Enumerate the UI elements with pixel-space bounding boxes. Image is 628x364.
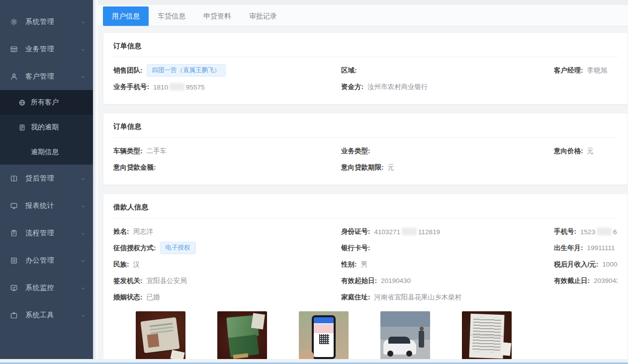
tab-car-loan-info[interactable]: 车贷信息	[149, 6, 194, 26]
field-label: 业务类型:	[341, 147, 370, 156]
field-label: 业务手机号:	[113, 83, 149, 91]
field-label: 身份证号:	[341, 227, 370, 236]
photo-art	[251, 313, 265, 329]
square-icon	[10, 257, 18, 265]
sidebar-item-system-monitor[interactable]: 系统监控	[0, 274, 93, 301]
field-issuing-authority: 签发机关:宜阳县公安局	[113, 273, 341, 289]
sidebar-item-process-management[interactable]: 流程管理	[0, 219, 93, 247]
masked-value-prefix: 1523	[580, 228, 595, 236]
sidebar-item-label: 系统管理	[25, 17, 80, 26]
horizontal-scrollbar[interactable]	[0, 359, 628, 364]
field-gender: 性别:男	[341, 256, 554, 273]
masked-value-prefix: 4103271	[374, 228, 401, 236]
tab-approval-records[interactable]: 审批记录	[240, 6, 286, 26]
photo-art	[419, 331, 424, 348]
field-label: 意向价格:	[554, 147, 583, 156]
sidebar-item-system-tools[interactable]: 系统工具	[0, 301, 93, 329]
field-value: 已婚	[147, 293, 160, 302]
masked-value-suffix: 6137	[613, 228, 618, 236]
photo-thumbnail-id-card[interactable]: 身份证	[136, 311, 185, 364]
field-birth-date: 出生年月:19911111	[554, 240, 618, 256]
field-ethnicity: 民族:汉	[113, 256, 341, 273]
field-id-number: 身份证号:4103271112819	[341, 223, 554, 240]
cards-container: 订单信息销售团队:四团一营（直属王鹏飞）区域:客户经理:李晓旭业务手机号:181…	[98, 32, 628, 364]
sidebar-item-office-management[interactable]: 办公管理	[0, 247, 93, 274]
card-borrower-info: 借款人信息姓名:周志洋身份证号:4103271112819手机号:1523613…	[103, 193, 628, 364]
field-label: 银行卡号:	[341, 244, 370, 253]
field-value: 10000	[602, 261, 618, 268]
sidebar-item-label: 贷后管理	[25, 174, 80, 183]
globe-icon	[18, 99, 26, 106]
document-icon	[18, 124, 26, 131]
chevron-down-icon	[80, 258, 86, 264]
vertical-scrollbar[interactable]	[93, 0, 98, 359]
user-icon	[10, 73, 18, 81]
sidebar-item-business-management[interactable]: 业务管理	[0, 35, 93, 63]
field-value: 20190430	[381, 277, 411, 284]
field-label: 民族:	[113, 260, 129, 269]
field-account-manager: 客户经理:李晓旭	[554, 62, 618, 79]
sidebar-item-post-loan-management[interactable]: 贷后管理	[0, 165, 93, 192]
masked-value-suffix: 112819	[418, 228, 440, 236]
photo-art	[147, 334, 159, 348]
field-valid-from: 有效起始日:20190430	[341, 273, 554, 289]
field-intended-price: 意向价格:元	[554, 143, 618, 159]
tab-loan-application-materials[interactable]: 申贷资料	[194, 6, 240, 26]
field-marital-status: 婚姻状态:已婚	[113, 289, 341, 305]
field-funder: 资金方:汝州市农村商业银行	[341, 79, 554, 95]
toolbox-icon	[10, 311, 18, 319]
field-business-phone: 业务手机号:181095575	[113, 79, 341, 95]
masked-value-suffix: 95575	[186, 84, 205, 91]
sidebar-subitem-label: 逾期信息	[31, 148, 59, 157]
card-fields: 销售团队:四团一营（直属王鹏飞）区域:客户经理:李晓旭业务手机号:1810955…	[113, 57, 618, 95]
sidebar-subitem-overdue-info[interactable]: 逾期信息	[0, 140, 93, 165]
monitor-icon	[10, 202, 18, 210]
photo-thumbnail-handwritten-doc[interactable]: 其他材料	[462, 311, 512, 364]
field-monthly-income: 税后月收入/元:10000	[554, 256, 618, 273]
redaction-blur	[597, 228, 612, 235]
clipboard-icon	[10, 229, 18, 237]
sidebar-subitem-all-customers[interactable]: 所有客户	[0, 90, 93, 115]
grid-icon	[10, 45, 18, 53]
sidebar-item-label: 流程管理	[25, 229, 80, 238]
field-label: 家庭住址:	[341, 293, 370, 302]
monitor-check-icon	[10, 284, 18, 292]
field-value: 元	[587, 147, 594, 156]
photo-thumbnail-person-car[interactable]: 人车照	[380, 311, 430, 364]
field-value: 汉	[133, 260, 140, 269]
field-value: 181095575	[153, 83, 205, 91]
person-car-image	[380, 311, 430, 363]
sidebar: 系统管理业务管理客户管理所有客户我的逾期逾期信息贷后管理报表统计流程管理办公管理…	[0, 0, 93, 359]
handwritten-doc-image	[462, 311, 512, 363]
photo-thumbnail-phone-auth[interactable]: 授权截图	[299, 311, 349, 364]
sidebar-item-label: 报表统计	[25, 201, 80, 210]
field-bank-card-number: 银行卡号:	[341, 240, 554, 256]
sidebar-item-label: 客户管理	[25, 72, 80, 81]
field-value: 4103271112819	[374, 228, 441, 236]
sidebar-item-report-statistics[interactable]: 报表统计	[0, 192, 93, 219]
card-order-info-1: 订单信息销售团队:四团一营（直属王鹏飞）区域:客户经理:李晓旭业务手机号:181…	[103, 32, 628, 104]
field-sales-team: 销售团队:四团一营（直属王鹏飞）	[113, 62, 341, 79]
photo-thumbnail-green-booklet[interactable]: 驾驶证原件	[217, 311, 267, 364]
card-fields: 姓名:周志洋身份证号:4103271112819手机号:15236137征信授权…	[113, 218, 618, 305]
sidebar-item-customer-management[interactable]: 客户管理	[0, 63, 93, 90]
sidebar-item-label: 系统工具	[25, 311, 80, 320]
field-label: 有效起始日:	[341, 276, 377, 285]
field-tag[interactable]: 四团一营（直属王鹏飞）	[147, 64, 226, 77]
sidebar-subitem-my-overdue[interactable]: 我的逾期	[0, 115, 93, 140]
sidebar-item-system-management[interactable]: 系统管理	[0, 8, 93, 35]
field-tag[interactable]: 电子授权	[160, 242, 196, 254]
card-fields: 车辆类型:二手车业务类型:意向价格:元意向贷款金额:意向贷款期限:元	[113, 138, 618, 176]
field-value: 河南省宜阳县花果山乡木柴村	[374, 293, 462, 302]
field-label: 意向贷款期限:	[341, 163, 384, 172]
field-value: 19911111	[587, 244, 615, 252]
sidebar-subitem-label: 所有客户	[31, 98, 59, 107]
field-label: 意向贷款金额:	[113, 163, 156, 172]
sidebar-item-label: 办公管理	[25, 256, 80, 265]
main-content: 用户信息车贷信息申贷资料审批记录 订单信息销售团队:四团一营（直属王鹏飞）区域:…	[98, 0, 628, 359]
field-label: 车辆类型:	[113, 147, 143, 156]
photo-art	[140, 317, 179, 353]
field-intended-loan-amount: 意向贷款金额:	[113, 159, 341, 176]
tab-user-info[interactable]: 用户信息	[103, 6, 149, 26]
photo-art	[387, 351, 393, 357]
